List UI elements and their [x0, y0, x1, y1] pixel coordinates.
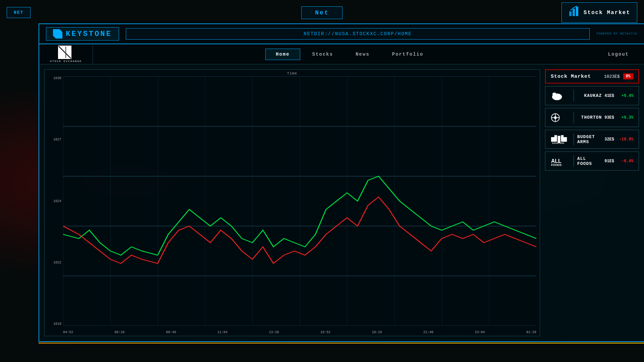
url-text: NETDIR://NUSA.STOCKXC.CORP/HOME [304, 31, 412, 37]
kaukaz-change: +6.4% [617, 94, 634, 98]
budget-arms-info: BUDGET ARMS 32E$ -18.9% [577, 134, 634, 144]
logout-button[interactable]: Logout [600, 49, 637, 60]
y-label-3: 1022 [53, 261, 61, 264]
thorton-logo [550, 112, 574, 123]
chart-title: Time [287, 71, 297, 75]
y-label-2: 1024 [53, 199, 61, 203]
budget-arms-change: -18.9% [617, 137, 634, 142]
nav-news[interactable]: News [345, 49, 380, 60]
top-left-panel: NET [7, 7, 31, 18]
budget-arms-price: 32E$ [604, 137, 614, 142]
thorton-price: 93E$ [604, 115, 614, 120]
stock-card-all-foods[interactable]: ALL FOODS ALL FOODS 91E$ -6.4% [545, 152, 639, 171]
y-axis: 1030 1027 1024 1022 1019 [48, 76, 61, 326]
terminal-window: KEYSTONE NETDIR://NUSA.STOCKXC.CORP/HOME… [39, 23, 644, 342]
brand-icon [58, 46, 74, 59]
thorton-change: +6.3% [617, 115, 634, 120]
bar-chart-icon [569, 5, 580, 20]
x-label-5: 16:52 [320, 330, 330, 334]
x-label-7: 21:40 [423, 330, 433, 334]
x-label-6: 18:16 [372, 330, 382, 334]
kaukaz-logo [550, 90, 574, 102]
kaukaz-price: 41E$ [604, 94, 614, 98]
top-bar: NET Net Stock Market [0, 0, 644, 25]
stock-market-card-change: 0% [623, 73, 633, 79]
svg-rect-0 [569, 11, 572, 16]
all-foods-info: ALL FOODS 91E$ -6.4% [577, 156, 634, 166]
url-bar[interactable]: NETDIR://NUSA.STOCKXC.CORP/HOME [126, 28, 590, 40]
bottom-glow [39, 343, 644, 344]
keystone-icon [53, 29, 62, 39]
thorton-name: THORTON [581, 115, 602, 120]
x-label-0: 04:52 [63, 330, 73, 334]
budget-arms-logo: BUDGET ARMS [550, 133, 574, 145]
svg-rect-28 [558, 136, 560, 143]
all-foods-name: ALL FOODS [577, 156, 602, 166]
all-foods-logo: ALL FOODS [550, 155, 574, 167]
svg-rect-1 [573, 9, 575, 16]
stock-market-title: Stock Market [584, 10, 630, 16]
svg-point-19 [552, 93, 556, 96]
brand-logo: STOCK EXCHANGE [46, 45, 93, 63]
keystone-logo: KEYSTONE [46, 27, 119, 41]
svg-rect-30 [554, 135, 557, 138]
y-label-1: 1027 [53, 138, 61, 141]
main-content: Time 1030 1027 1024 1022 1019 [39, 64, 644, 341]
stock-card-budget-arms[interactable]: BUDGET ARMS BUDGET ARMS 32E$ -18.9% [545, 130, 639, 149]
stock-card-thorton[interactable]: THORTON 93E$ +6.3% [545, 108, 639, 127]
kaukaz-info: KAUKAZ 41E$ +6.4% [577, 93, 634, 98]
net-label: NET [14, 10, 23, 15]
budget-arms-name: BUDGET ARMS [577, 134, 602, 144]
all-foods-change: -6.4% [617, 159, 634, 164]
top-center-net: Net [301, 6, 342, 19]
nav-stocks[interactable]: Stocks [302, 49, 343, 60]
svg-rect-2 [576, 7, 578, 16]
svg-text:BUDGET ARMS: BUDGET ARMS [552, 142, 565, 144]
nav-links: Home Stocks News Portfolio [100, 49, 600, 60]
powered-by-label: POWERED BY NETWATCH [596, 32, 637, 36]
stock-card-kaukaz[interactable]: KAUKAZ 41E$ +6.4% [545, 86, 639, 105]
nav-portfolio[interactable]: Portfolio [382, 49, 434, 60]
nav-home[interactable]: Home [265, 49, 300, 60]
x-label-2: 09:40 [166, 330, 176, 334]
stocks-sidebar: Stock Market 1023E$ 0% KA [545, 69, 639, 336]
x-axis: 04:52 06:16 09:40 11:04 13:28 16:52 18:1… [63, 330, 536, 334]
thorton-info: THORTON 93E$ +6.3% [577, 115, 634, 120]
stock-market-card-title: Stock Market [551, 74, 591, 79]
center-net-label: Net [315, 9, 329, 16]
terminal-header: KEYSTONE NETDIR://NUSA.STOCKXC.CORP/HOME… [39, 24, 644, 44]
x-label-4: 13:28 [269, 330, 279, 334]
svg-rect-7 [58, 46, 64, 59]
y-label-4: 1019 [53, 322, 61, 326]
svg-point-26 [554, 116, 557, 119]
svg-rect-31 [561, 135, 564, 138]
x-label-8: 23:04 [475, 330, 485, 334]
y-label-0: 1030 [53, 76, 61, 80]
x-label-1: 06:16 [114, 330, 124, 334]
brand-subtitle: STOCK EXCHANGE [50, 60, 82, 63]
nav-bar: STOCK EXCHANGE Home Stocks News Portfoli… [39, 44, 644, 64]
x-label-3: 11:04 [217, 330, 227, 334]
chart-grid: Market Value [63, 76, 536, 326]
stock-market-card-price: 1023E$ [604, 74, 620, 79]
top-right-panel: Stock Market [561, 2, 637, 23]
svg-text:FOODS: FOODS [551, 163, 562, 166]
kaukaz-name: KAUKAZ [584, 93, 602, 98]
chart-container: Time 1030 1027 1024 1022 1019 [44, 69, 540, 336]
keystone-text: KEYSTONE [66, 30, 112, 38]
stock-market-header-card[interactable]: Stock Market 1023E$ 0% [545, 69, 639, 83]
svg-rect-10 [63, 76, 536, 326]
all-foods-price: 91E$ [604, 159, 614, 164]
x-label-9: 01:28 [526, 330, 536, 334]
